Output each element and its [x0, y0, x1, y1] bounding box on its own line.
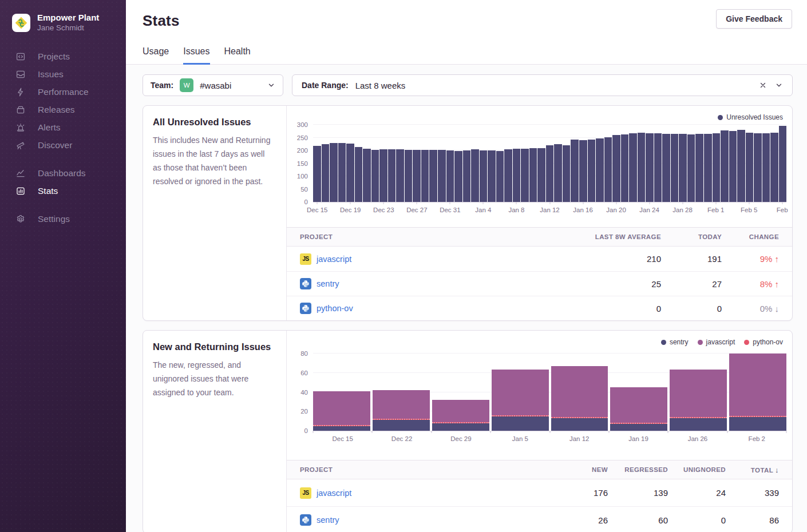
- x-axis-label: Dec 15: [307, 207, 327, 213]
- sidebar-item-projects[interactable]: Projects: [0, 47, 126, 65]
- clear-icon[interactable]: [759, 81, 767, 89]
- sidebar-item-discover[interactable]: Discover: [0, 136, 126, 154]
- column-header: REGRESSED: [608, 466, 668, 473]
- bar: [662, 134, 670, 202]
- value-cell: 24: [668, 488, 726, 498]
- column-header: TODAY: [661, 233, 722, 240]
- x-axis-label: Jan 19: [628, 435, 648, 442]
- x-axis-tick: [749, 202, 749, 204]
- sidebar-item-issues[interactable]: Issues: [0, 65, 126, 83]
- performance-icon: [15, 87, 26, 97]
- chevron-down-icon[interactable]: [267, 81, 275, 89]
- x-axis-label: Jan 28: [672, 207, 693, 213]
- x-axis-label: Jan 24: [639, 207, 659, 213]
- value-cell: 26: [548, 515, 608, 525]
- x-axis-tick: [727, 431, 727, 433]
- y-axis-label: 150: [297, 160, 308, 167]
- x-axis-tick: [313, 431, 314, 433]
- bar: [496, 151, 504, 202]
- sidebar-item-label: Issues: [38, 69, 64, 80]
- chevron-down-icon[interactable]: [775, 81, 783, 89]
- x-axis-label: Feb: [777, 207, 788, 213]
- chart-legend: sentryjavascriptpython-ov: [661, 338, 783, 346]
- bar-segment-javascript: [729, 354, 786, 416]
- bar-segment-javascript: [610, 387, 667, 423]
- project-link[interactable]: sentry: [317, 515, 339, 525]
- sidebar-item-performance[interactable]: Performance: [0, 83, 126, 101]
- bar: [446, 150, 454, 202]
- bar-segment-sentry: [313, 426, 370, 431]
- x-axis-label: Jan 8: [508, 207, 524, 213]
- bar: [779, 126, 787, 202]
- bar: [596, 138, 604, 202]
- legend-dot: [744, 340, 749, 345]
- value-cell: 0: [565, 304, 661, 313]
- project-link[interactable]: sentry: [317, 279, 339, 288]
- sidebar-item-settings[interactable]: Settings: [0, 210, 126, 228]
- bar: [679, 134, 687, 202]
- bar: [604, 137, 612, 202]
- unresolved-issues-table: PROJECTLAST 8W AVERAGETODAYCHANGEJSjavas…: [287, 227, 792, 320]
- change-cell: 0% ↓: [722, 304, 792, 313]
- column-header: PROJECT: [287, 466, 548, 473]
- stacked-bar: [729, 354, 786, 431]
- panel-title: New and Returning Issues: [153, 342, 271, 352]
- legend-dot: [718, 115, 723, 120]
- sidebar-item-stats[interactable]: Stats: [0, 182, 126, 200]
- project-cell: JSjavascript: [287, 487, 548, 499]
- sidebar-item-label: Projects: [38, 51, 70, 62]
- x-axis-label: Dec 15: [332, 435, 353, 442]
- bar: [438, 150, 446, 202]
- y-axis-label: 60: [300, 370, 308, 376]
- table-row: sentry2660086: [287, 506, 792, 532]
- bar: [571, 140, 579, 202]
- team-select[interactable]: Team: W #wasabi: [143, 74, 283, 96]
- x-axis-tick: [682, 202, 683, 204]
- tab-usage[interactable]: Usage: [143, 46, 169, 64]
- team-value: #wasabi: [200, 81, 231, 90]
- stacked-bar: [432, 354, 489, 431]
- bar: [322, 144, 330, 202]
- panel-all-unresolved-issues: All Unresolved Issues This includes New …: [143, 105, 793, 321]
- bar: [638, 133, 646, 202]
- bar: [471, 149, 479, 202]
- tab-health[interactable]: Health: [224, 46, 251, 64]
- bar: [480, 150, 488, 202]
- y-axis-label: 100: [297, 173, 308, 180]
- give-feedback-button[interactable]: Give Feedback: [716, 9, 792, 29]
- project-link[interactable]: javascript: [317, 255, 351, 264]
- bar-segment-sentry: [729, 417, 786, 431]
- bar: [546, 145, 554, 202]
- alerts-icon: [15, 122, 26, 133]
- sidebar-item-releases[interactable]: Releases: [0, 101, 126, 118]
- org-switcher[interactable]: Empower Plant Jane Schmidt: [0, 0, 126, 33]
- bar: [629, 133, 637, 202]
- column-header[interactable]: TOTAL↓: [726, 466, 792, 474]
- bar-segment-sentry: [373, 420, 430, 431]
- sidebar-item-label: Settings: [38, 214, 70, 224]
- value-cell: 210: [565, 254, 661, 264]
- sidebar-item-dashboards[interactable]: Dashboards: [0, 164, 126, 182]
- panel-title: All Unresolved Issues: [153, 117, 271, 128]
- project-link[interactable]: python-ov: [317, 304, 353, 313]
- sidebar-item-label: Performance: [38, 87, 89, 97]
- bar: [405, 150, 413, 202]
- bar: [330, 143, 338, 203]
- discover-icon: [15, 140, 26, 150]
- x-axis-label: Dec 27: [406, 207, 427, 213]
- project-cell: sentry: [287, 278, 565, 289]
- bar: [704, 134, 712, 202]
- bar: [646, 133, 654, 202]
- bar: [463, 150, 471, 202]
- bar: [654, 133, 662, 202]
- y-axis-label: 200: [297, 147, 308, 154]
- x-axis-label: Feb 1: [707, 207, 724, 213]
- sidebar-item-alerts[interactable]: Alerts: [0, 118, 126, 136]
- settings-icon: [15, 214, 26, 224]
- chart-legend: Unresolved Issues: [718, 113, 783, 121]
- x-axis-tick: [383, 202, 384, 204]
- date-range-select[interactable]: Date Range: Last 8 weeks: [292, 74, 793, 96]
- bar: [671, 134, 679, 202]
- tab-issues[interactable]: Issues: [183, 46, 209, 64]
- project-link[interactable]: javascript: [317, 489, 351, 498]
